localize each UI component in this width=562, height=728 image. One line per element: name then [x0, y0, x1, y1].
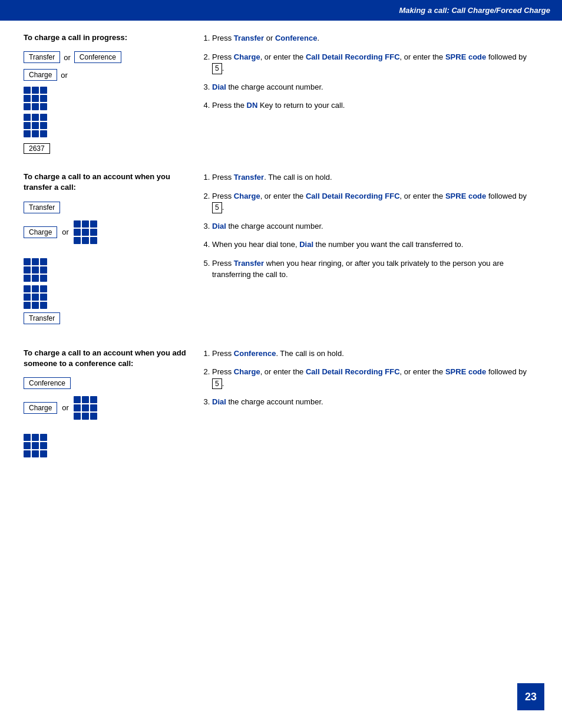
keypad-cell [32, 266, 39, 274]
five-box-2: 5 [212, 202, 222, 213]
section2-transfer-row: Transfer [24, 202, 189, 213]
keypad-cell [74, 396, 81, 403]
step-3-3: Dial the charge account number. [212, 396, 538, 408]
keypad-cell [24, 114, 31, 121]
keypad-cell [32, 450, 39, 457]
keypad-cell [74, 220, 81, 228]
header-bar: Making a call: Call Charge/Forced Charge [0, 0, 562, 21]
conference-button-2[interactable]: Conference [24, 377, 71, 389]
keypad-cell [74, 413, 81, 420]
step-1-3: Dial the charge account number. [212, 81, 538, 93]
step-1-4: Press the DN Key to return to your call. [212, 100, 538, 111]
dial-blue-3: Dial [212, 397, 226, 406]
charge-blue-3: Charge [234, 367, 260, 376]
section1-btn-row1: Transfer or Conference [24, 51, 189, 63]
transfer-button[interactable]: Transfer [24, 51, 60, 63]
keypad-cell [24, 434, 31, 441]
or-label-4: or [62, 403, 69, 412]
keypad-cell [24, 130, 31, 137]
keypad-cell [82, 413, 89, 420]
dial-blue-2b: Dial [299, 240, 313, 249]
keypad-cell [32, 294, 39, 301]
section2-charge-keypad-row: Charge or [24, 219, 189, 245]
keypad-cell [32, 130, 39, 137]
keypad-cell [32, 95, 39, 102]
keypad-cell [24, 302, 31, 309]
section3-keypad-inline [74, 396, 97, 420]
section2-left: To charge a call to an account when you … [24, 172, 200, 330]
transfer-button-3[interactable]: Transfer [24, 312, 60, 324]
keypad-cell [82, 404, 89, 411]
section-charge-transfer: To charge a call to an account when you … [24, 172, 538, 330]
section3-conference-row: Conference [24, 377, 189, 389]
section1-heading: To charge a call in progress: [24, 32, 189, 43]
keypad-cell [40, 434, 47, 441]
keypad-cell [40, 258, 47, 265]
spre-blue-1: SPRE code [445, 52, 486, 61]
keypad-cell [82, 396, 89, 403]
section3-charge-keypad-row: Charge or [24, 395, 189, 421]
or-label-3: or [62, 228, 69, 236]
dial-blue-2: Dial [212, 222, 226, 230]
keypad-cell [40, 95, 47, 102]
step-3-2: Press Charge, or enter the Call Detail R… [212, 366, 538, 389]
section1-charge-row: Charge or [24, 69, 189, 81]
transfer-blue-1: Transfer [234, 34, 264, 42]
keypad-cell [40, 294, 47, 301]
keypad-cell [24, 266, 31, 274]
section3-left: To charge a call to an account when you … [24, 348, 200, 461]
section3-keypad2 [24, 434, 189, 457]
section2-keypad2 [24, 258, 189, 282]
spre-blue-2: SPRE code [445, 192, 486, 200]
transfer-button-2[interactable]: Transfer [24, 202, 60, 213]
keypad-cell [40, 130, 47, 137]
keypad-cell [32, 434, 39, 441]
section3-right: Press Conference. The call is on hold. P… [200, 348, 538, 461]
charge-button-2[interactable]: Charge [24, 226, 57, 238]
charge-button-1[interactable]: Charge [24, 69, 57, 81]
transfer-blue-3: Transfer [234, 259, 264, 268]
keypad-cell [40, 87, 47, 94]
keypad-cell [40, 442, 47, 449]
section2-transfer-bottom: Transfer [24, 312, 189, 324]
keypad-cell [24, 258, 31, 265]
keypad-cell [32, 275, 39, 282]
keypad-cell [74, 229, 81, 236]
spre-blue-3: SPRE code [445, 367, 486, 376]
keypad-cell [32, 122, 39, 129]
step-1-2: Press Charge, or enter the Call Detail R… [212, 51, 538, 74]
keypad-cell [40, 122, 47, 129]
step-1-1: Press Transfer or Conference. [212, 32, 538, 44]
keypad-cell [74, 404, 81, 411]
keypad-cell [24, 87, 31, 94]
step-2-5: Press Transfer when you hear ringing, or… [212, 258, 538, 281]
conference-blue-2: Conference [234, 349, 276, 358]
keypad-cell [24, 95, 31, 102]
keypad-cell [40, 450, 47, 457]
five-box-3: 5 [212, 378, 222, 390]
dial-blue-1: Dial [212, 83, 226, 91]
section-charge-conference: To charge a call to an account when you … [24, 348, 538, 461]
keypad-cell [24, 122, 31, 129]
dn-blue-1: DN [247, 101, 258, 110]
keypad-cell [82, 229, 89, 236]
or-label-1: or [64, 53, 71, 62]
keypad-cell [24, 103, 31, 110]
keypad-cell [40, 275, 47, 282]
step-3-1: Press Conference. The call is on hold. [212, 348, 538, 360]
keypad-cell [40, 285, 47, 292]
transfer-blue-2: Transfer [234, 173, 264, 182]
charge-button-3[interactable]: Charge [24, 402, 57, 414]
keypad-cell [32, 258, 39, 265]
keypad-cell [90, 404, 97, 411]
section2-heading: To charge a call to an account when you … [24, 172, 189, 193]
keypad-cell [32, 87, 39, 94]
five-box-1: 5 [212, 63, 222, 74]
conference-button[interactable]: Conference [74, 51, 121, 63]
charge-blue-1: Charge [234, 52, 260, 61]
keypad-cell [32, 302, 39, 309]
section1-right: Press Transfer or Conference. Press Char… [200, 32, 538, 154]
keypad-cell [24, 285, 31, 292]
section1-keypad2 [24, 114, 189, 137]
keypad-cell [90, 396, 97, 403]
